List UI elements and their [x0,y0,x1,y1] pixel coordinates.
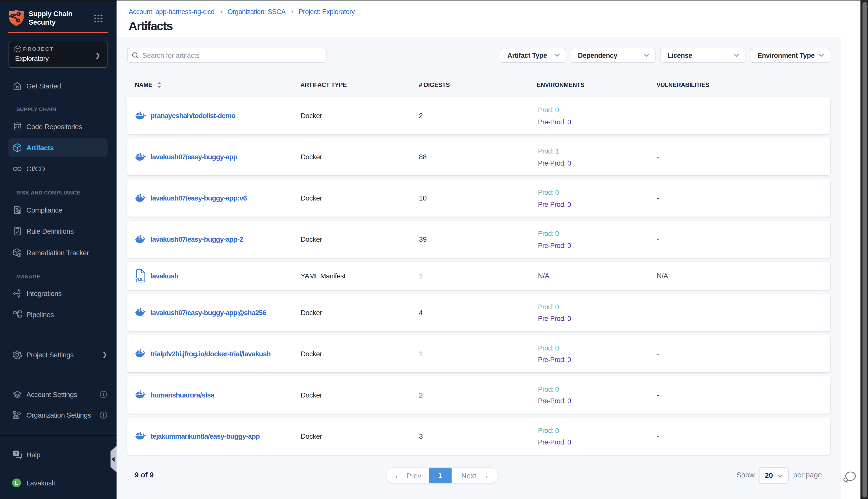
svg-text:?: ? [15,451,17,455]
svg-text:YML: YML [135,277,144,281]
